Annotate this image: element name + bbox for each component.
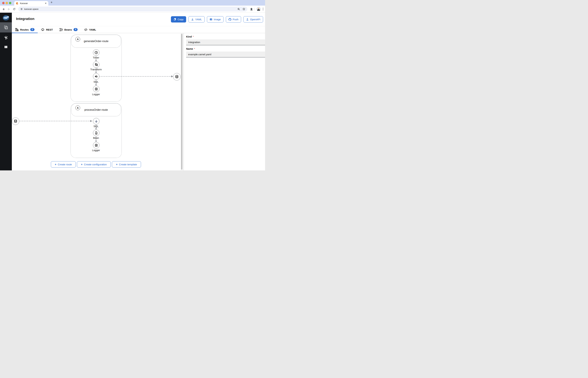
- route-badge-autostart: A: [75, 37, 80, 41]
- link-arrowhead: [95, 84, 97, 86]
- link-arrowhead: [95, 72, 97, 73]
- designer-tabs: Routes 2 REST Beans 4: [12, 26, 265, 33]
- karavan-favicon: [16, 2, 19, 5]
- routes-icon: [15, 28, 19, 31]
- routes-count-badge: 2: [30, 28, 35, 31]
- avatar[interactable]: [256, 7, 261, 11]
- name-field-label: Name*: [186, 47, 195, 50]
- logger-icon: [94, 87, 98, 91]
- zoom-in-icon[interactable]: [237, 8, 240, 11]
- toolbar-separator: [254, 8, 255, 11]
- close-tab-icon[interactable]: ✕: [45, 2, 47, 4]
- fullscreen-window-button[interactable]: [9, 2, 11, 4]
- kind-field[interactable]: [186, 39, 265, 45]
- step-node-timer[interactable]: [93, 49, 99, 56]
- connection-database-to-sql: [19, 121, 91, 121]
- close-window-button[interactable]: [2, 2, 5, 4]
- panel-divider: [183, 33, 183, 170]
- create-template-button[interactable]: + Create template: [112, 161, 141, 168]
- plus-icon: +: [81, 163, 82, 166]
- browser-tab-karavan[interactable]: Karavan ✕: [14, 1, 48, 6]
- sidebar-item-designer[interactable]: [0, 22, 12, 32]
- push-button[interactable]: Push: [226, 16, 241, 23]
- route-badge-autostart: A: [75, 106, 80, 110]
- link-arrowhead: [95, 141, 97, 142]
- github-icon: [228, 18, 231, 21]
- beans-count-badge: 4: [74, 28, 78, 31]
- designer-icon: [4, 25, 8, 30]
- topology-icon: [4, 36, 8, 40]
- required-asterisk: *: [193, 35, 194, 38]
- endpoint-database-right[interactable]: [173, 73, 181, 81]
- arrowhead-right: [171, 75, 173, 77]
- url-bar[interactable]: karavan.space: [18, 7, 247, 12]
- step-node-sql-out[interactable]: [93, 73, 99, 80]
- forward-arrow-icon[interactable]: [7, 7, 11, 11]
- name-field[interactable]: [186, 52, 265, 57]
- bookmark-star-icon[interactable]: [242, 8, 245, 11]
- route-designer-canvas[interactable]: A generateOrder-route Timer Transform SQ…: [12, 33, 181, 170]
- plus-icon: +: [116, 163, 118, 166]
- app-sidebar: [0, 13, 12, 170]
- openapi-upload-button[interactable]: OpenAPI: [243, 16, 263, 23]
- url-text[interactable]: karavan.space: [24, 8, 237, 10]
- create-configuration-button[interactable]: + Create configuration: [77, 161, 111, 168]
- page-title: Integration: [16, 17, 35, 21]
- step-label: SQL: [84, 125, 108, 128]
- step-label: Logger: [84, 93, 108, 96]
- tab-beans[interactable]: Beans 4: [56, 26, 81, 33]
- sidebar-item-knowledgebase[interactable]: [0, 43, 12, 51]
- back-arrow-icon[interactable]: [1, 7, 5, 11]
- copy-button[interactable]: Copy: [171, 16, 186, 23]
- minimize-window-button[interactable]: [6, 2, 8, 4]
- download-icon: [191, 18, 194, 21]
- route-name: generateOrder-route: [84, 40, 108, 43]
- book-icon: [4, 45, 8, 49]
- tab-rest[interactable]: REST: [38, 26, 56, 33]
- kebab-menu-icon[interactable]: [263, 8, 263, 11]
- header-buttons: Copy YAML I: [171, 16, 263, 23]
- create-route-button[interactable]: + Create route: [51, 161, 76, 168]
- link-arrowhead: [95, 128, 97, 130]
- properties-panel: Kind* Name*: [184, 33, 265, 170]
- step-node-logger[interactable]: [93, 86, 99, 92]
- image-icon: [210, 18, 212, 21]
- karavan-logo[interactable]: [2, 15, 9, 21]
- arrowhead-left: [90, 120, 92, 122]
- scrollbar-thumb[interactable]: [181, 34, 182, 170]
- tune-icon[interactable]: [20, 8, 23, 10]
- yaml-download-button[interactable]: YAML: [188, 16, 205, 23]
- page-header: Integration Copy YAML: [12, 13, 265, 26]
- extensions-puzzle-icon[interactable]: [250, 7, 253, 11]
- endpoint-database-left[interactable]: [12, 118, 19, 125]
- plus-icon: +: [55, 163, 56, 166]
- tab-routes[interactable]: Routes 2: [12, 26, 38, 33]
- connection-sql-to-database: [99, 76, 172, 77]
- browser-toolbar: karavan.space: [0, 6, 265, 13]
- upload-icon: [246, 18, 249, 21]
- browser-tabstrip: Karavan ✕ +: [0, 0, 265, 6]
- step-label: Transform: [84, 68, 108, 71]
- beans-icon: [59, 28, 63, 31]
- logger-icon: [94, 144, 98, 147]
- step-node-logger[interactable]: [93, 142, 99, 148]
- step-label: Logger: [84, 149, 108, 152]
- step-node-sql-in[interactable]: [93, 118, 99, 124]
- route-header-processOrder[interactable]: A processOrder-route: [71, 103, 121, 116]
- tab-yaml[interactable]: YAML: [81, 26, 99, 33]
- database-icon: [13, 119, 18, 123]
- new-tab-button[interactable]: +: [51, 0, 53, 4]
- sidebar-item-topology[interactable]: [0, 34, 12, 42]
- reload-icon[interactable]: [12, 7, 16, 11]
- transform-icon: [94, 63, 98, 67]
- step-node-transform[interactable]: [93, 61, 99, 68]
- canvas-scrollbar[interactable]: [181, 33, 183, 170]
- step-node-bean[interactable]: [93, 130, 99, 136]
- step-label: Timer: [84, 56, 108, 59]
- copy-icon: [174, 18, 176, 21]
- step-label: Bean: [84, 136, 108, 139]
- link-arrowhead: [95, 60, 97, 61]
- image-button[interactable]: Image: [207, 16, 224, 23]
- consume-from-icon: [94, 119, 98, 123]
- route-header-generateOrder[interactable]: A generateOrder-route: [71, 35, 121, 48]
